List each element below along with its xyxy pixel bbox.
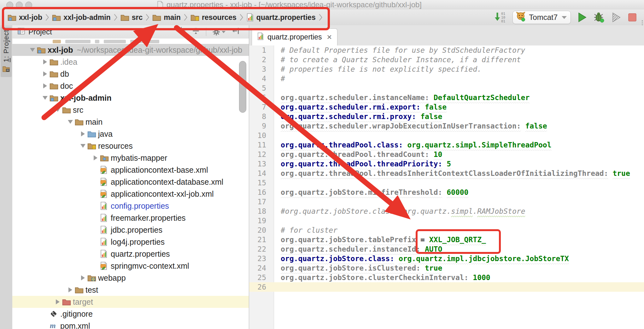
breadcrumb-separator-icon: [45, 13, 49, 22]
code-line-16[interactable]: 16org.quartz.jobStore.misfireThreshold: …: [249, 188, 644, 197]
project-scrollbar-thumb[interactable]: [239, 61, 246, 113]
code-line-12[interactable]: 12org.quartz.threadPool.threadCount: 10: [249, 150, 644, 159]
code-line-17[interactable]: 17: [249, 197, 644, 206]
code-line-2[interactable]: 2# to create a Quartz Scheduler Instance…: [249, 55, 644, 64]
tree-item-jdbc-properties[interactable]: jdbc.properties: [12, 224, 249, 236]
code-line-7[interactable]: 7org.quartz.scheduler.rmi.export: false: [249, 102, 644, 112]
tree-item-java[interactable]: java: [12, 128, 249, 140]
breadcrumb-label: quartz.properties: [256, 13, 316, 22]
expand-arrow-icon[interactable]: [91, 155, 100, 160]
code-line-5[interactable]: 5: [249, 83, 644, 93]
code-line-8[interactable]: 8org.quartz.scheduler.rmi.proxy: false: [249, 112, 644, 121]
chevron-down-icon[interactable]: [138, 31, 143, 34]
expand-arrow-icon[interactable]: [79, 131, 87, 136]
window-zoom-button[interactable]: [25, 2, 32, 9]
collapse-all-icon[interactable]: [191, 27, 200, 37]
project-view-icon: [17, 27, 25, 37]
code-line-26[interactable]: 26: [249, 282, 644, 292]
debug-button[interactable]: [594, 12, 605, 23]
hide-panel-icon[interactable]: [231, 27, 240, 37]
collapse-arrow-icon[interactable]: [66, 120, 75, 124]
code-line-11[interactable]: 11org.quartz.threadPool.class: org.quart…: [249, 140, 644, 150]
tree-item-applicationcontext-database-xml[interactable]: applicationcontext-database.xml: [12, 176, 249, 188]
code-line-20[interactable]: 20# for cluster: [249, 225, 644, 235]
code-line-4[interactable]: 4#: [249, 74, 644, 83]
code-line-25[interactable]: 25org.quartz.jobStore.clusterCheckinInte…: [249, 273, 644, 282]
tree-item-freemarker-properties[interactable]: freemarker.properties: [12, 212, 249, 224]
tree-item-applicationcontext-base-xml[interactable]: applicationcontext-base.xml: [12, 164, 249, 176]
code-line-13[interactable]: 13org.quartz.threadPool.threadPriority: …: [249, 159, 644, 169]
code-line-text: #org.quartz.jobStore.class: org.quartz.s…: [274, 206, 525, 216]
code-line-10[interactable]: 10: [249, 131, 644, 140]
window-minimize-button[interactable]: [16, 2, 23, 9]
tree-item-webapp[interactable]: webapp: [12, 272, 249, 284]
svg-text:01: 01: [501, 19, 505, 23]
resources-folder-icon: [190, 14, 199, 21]
code-line-21[interactable]: 21org.quartz.jobStore.tablePrefix = XXL_…: [249, 235, 644, 244]
code-line-24[interactable]: 24org.quartz.jobStore.isClustered: true: [249, 263, 644, 273]
breadcrumb-item-src[interactable]: src: [120, 13, 143, 22]
collapse-arrow-icon[interactable]: [28, 48, 37, 52]
line-number: 14: [249, 169, 274, 178]
tree-item-xxl-job-admin[interactable]: xxl-job-admin: [12, 92, 249, 104]
code-line-19[interactable]: 19: [249, 216, 644, 225]
breadcrumb-item-resources[interactable]: resources: [190, 13, 237, 22]
collapse-arrow-icon[interactable]: [41, 96, 50, 100]
line-number: 9: [249, 121, 274, 131]
tree-item-test[interactable]: test: [12, 284, 249, 296]
expand-arrow-icon[interactable]: [41, 83, 50, 88]
expand-arrow-icon[interactable]: [41, 71, 50, 76]
settings-gear-icon[interactable]: [212, 27, 225, 36]
tree-item-main[interactable]: main: [12, 116, 249, 128]
tree-item-springmvc-context-xml[interactable]: springmvc-context.xml: [12, 260, 249, 272]
breadcrumb-item-quartz-properties[interactable]: quartz.properties: [246, 13, 316, 22]
project-tool-window-tab[interactable]: 1: Project: [1, 27, 12, 77]
expand-arrow-icon[interactable]: [66, 287, 75, 292]
expand-arrow-icon[interactable]: [79, 275, 87, 280]
code-line-15[interactable]: 15: [249, 178, 644, 188]
expand-arrow-icon[interactable]: [41, 59, 50, 64]
expand-arrow-icon[interactable]: [53, 299, 62, 304]
breadcrumb-item-main[interactable]: main: [152, 13, 181, 22]
stop-button[interactable]: [628, 13, 637, 22]
tree-item-log4j-properties[interactable]: log4j.properties: [12, 236, 249, 248]
tree-item-label: main: [85, 117, 102, 127]
code-line-23[interactable]: 23org.quartz.jobStore.class: org.quartz.…: [249, 254, 644, 263]
collapse-arrow-icon[interactable]: [79, 144, 87, 148]
tree-item-src[interactable]: src: [12, 104, 249, 116]
editor-tab-quartz-properties[interactable]: quartz.properties ✕: [252, 28, 337, 45]
tree-item-quartz-properties[interactable]: quartz.properties: [12, 248, 249, 260]
code-line-1[interactable]: 1# Default Properties file for use by St…: [249, 45, 644, 55]
code-editor[interactable]: 1# Default Properties file for use by St…: [249, 45, 644, 329]
run-button[interactable]: [577, 12, 587, 23]
tree-item-xxl-job[interactable]: xxl-job~/workspaces/idea-git-workspace/g…: [12, 44, 249, 56]
tree-item--gitignore[interactable]: .gitignore: [12, 308, 249, 320]
tree-item-config-properties[interactable]: config.properties: [12, 200, 249, 212]
collapse-arrow-icon[interactable]: [53, 108, 62, 112]
tree-item-label: target: [73, 297, 93, 307]
code-line-6[interactable]: 6org.quartz.scheduler.instanceName: Defa…: [249, 93, 644, 102]
tree-item-pom-xml[interactable]: mpom.xml: [12, 320, 249, 329]
project-panel-header: Project: [12, 25, 249, 39]
tree-item-doc[interactable]: doc: [12, 80, 249, 92]
tree-item-applicationcontext-xxl-job-xml[interactable]: applicationcontext-xxl-job.xml: [12, 188, 249, 200]
tree-item-target[interactable]: target: [12, 296, 249, 308]
close-icon[interactable]: ✕: [327, 33, 332, 41]
left-tool-strip: 1: Project: [0, 25, 13, 329]
locate-icon[interactable]: [177, 27, 186, 37]
vcs-update-icon[interactable]: 011001: [494, 11, 506, 24]
code-line-22[interactable]: 22org.quartz.scheduler.instanceId: AUTO: [249, 244, 644, 254]
code-line-18[interactable]: 18#org.quartz.jobStore.class: org.quartz…: [249, 206, 644, 216]
tree-item-db[interactable]: db: [12, 68, 249, 80]
tree-item--idea[interactable]: .idea: [12, 56, 249, 68]
breadcrumb-item-xxl-job[interactable]: xxl-job: [8, 13, 42, 22]
tree-item-mybatis-mapper[interactable]: mybatis-mapper: [12, 152, 249, 164]
code-line-3[interactable]: 3# properties file is not explicitly spe…: [249, 64, 644, 74]
code-line-9[interactable]: 9org.quartz.scheduler.wrapJobExecutionIn…: [249, 121, 644, 131]
tree-item-resources[interactable]: resources: [12, 140, 249, 152]
code-line-14[interactable]: 14org.quartz.threadPool.threadsInheritCo…: [249, 169, 644, 178]
breadcrumb-item-xxl-job-admin[interactable]: xxl-job-admin: [52, 13, 111, 22]
coverage-button[interactable]: [611, 12, 621, 23]
window-close-button[interactable]: [6, 2, 13, 9]
run-configuration-selector[interactable]: Tomcat7: [512, 11, 571, 24]
